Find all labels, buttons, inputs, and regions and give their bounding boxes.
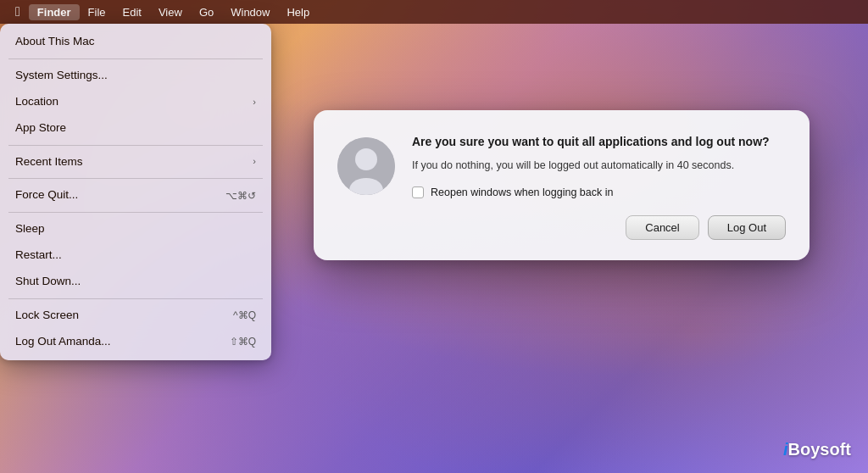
menubar:  Finder File Edit View Go Window Help [0, 0, 868, 24]
dialog-buttons: Cancel Log Out [412, 215, 786, 240]
logout-dialog: Are you sure you want to quit all applic… [314, 110, 810, 260]
iboysoft-watermark: iBoysoft [783, 440, 851, 459]
go-menu[interactable]: Go [191, 4, 222, 20]
log-out-shortcut: ⇧⌘Q [230, 335, 256, 349]
recent-items-label: Recent Items [15, 154, 83, 170]
help-menu[interactable]: Help [278, 4, 318, 20]
sleep-label: Sleep [15, 221, 45, 237]
shut-down-item[interactable]: Shut Down... [0, 269, 271, 295]
recent-items-item[interactable]: Recent Items › [0, 149, 271, 175]
iboysoft-text: Boysoft [788, 440, 851, 459]
finder-menu[interactable]: Finder [29, 4, 80, 20]
view-menu[interactable]: View [150, 4, 191, 20]
location-item[interactable]: Location › [0, 89, 271, 115]
dialog-text: Are you sure you want to quit all applic… [412, 134, 786, 240]
force-quit-shortcut: ⌥⌘↺ [225, 189, 256, 203]
logout-button[interactable]: Log Out [708, 215, 786, 240]
reopen-windows-label: Reopen windows when logging back in [431, 186, 613, 198]
force-quit-item[interactable]: Force Quit... ⌥⌘↺ [0, 182, 271, 209]
dialog-title: Are you sure you want to quit all applic… [412, 134, 786, 151]
lock-screen-label: Lock Screen [15, 308, 79, 324]
system-settings-label: System Settings... [15, 68, 108, 84]
recent-items-chevron-icon: › [253, 155, 256, 168]
menubar-items:  Finder File Edit View Go Window Help [7, 3, 318, 21]
app-store-label: App Store [15, 120, 66, 136]
about-this-mac-label: About This Mac [15, 34, 95, 50]
log-out-item[interactable]: Log Out Amanda... ⇧⌘Q [0, 329, 271, 355]
log-out-label: Log Out Amanda... [15, 334, 111, 350]
app-store-item[interactable]: App Store [0, 115, 271, 142]
apple-menu-trigger[interactable]:  [7, 3, 29, 21]
shut-down-label: Shut Down... [15, 274, 81, 290]
sleep-item[interactable]: Sleep [0, 216, 271, 242]
user-avatar [337, 137, 395, 195]
restart-item[interactable]: Restart... [0, 242, 271, 269]
apple-dropdown-menu: About This Mac System Settings... Locati… [0, 24, 271, 360]
dialog-body: If you do nothing, you will be logged ou… [412, 158, 786, 174]
cancel-button[interactable]: Cancel [626, 215, 698, 240]
menu-separator-2 [8, 145, 263, 146]
checkbox-row: Reopen windows when logging back in [412, 186, 786, 198]
system-settings-item[interactable]: System Settings... [0, 63, 271, 89]
menu-separator-3 [8, 178, 263, 179]
location-chevron-icon: › [253, 96, 256, 109]
svg-point-1 [355, 148, 377, 170]
menu-separator-1 [8, 58, 263, 59]
location-label: Location [15, 94, 58, 110]
file-menu[interactable]: File [80, 4, 114, 20]
restart-label: Restart... [15, 248, 62, 264]
reopen-windows-checkbox[interactable] [412, 186, 424, 198]
menu-separator-5 [8, 298, 263, 299]
dialog-content: Are you sure you want to quit all applic… [337, 134, 786, 240]
about-this-mac-item[interactable]: About This Mac [0, 29, 271, 55]
edit-menu[interactable]: Edit [114, 4, 150, 20]
lock-screen-shortcut: ^⌘Q [233, 309, 256, 323]
menu-separator-4 [8, 212, 263, 213]
window-menu[interactable]: Window [222, 4, 278, 20]
force-quit-label: Force Quit... [15, 187, 78, 203]
lock-screen-item[interactable]: Lock Screen ^⌘Q [0, 303, 271, 329]
